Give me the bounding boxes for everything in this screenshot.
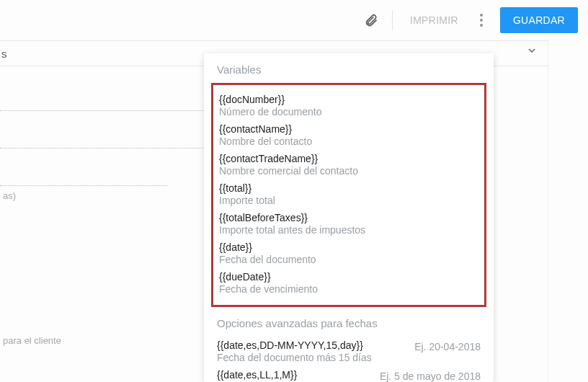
variable-example: Ej. 5 de mayo de 2018 (380, 369, 481, 382)
variable-description: Importe total antes de impuestos (219, 224, 478, 236)
variable-item[interactable]: {{date}} Fecha del documento (218, 239, 480, 268)
variables-dropdown: Variables {{docNumber}} Número de docume… (204, 53, 494, 382)
chevron-down-icon[interactable] (526, 45, 538, 56)
variable-token: {{date}} (219, 241, 478, 253)
input-underline[interactable] (0, 111, 203, 148)
variable-token: {{total}} (219, 182, 478, 194)
advanced-dates-section: Opciones avanzadas para fechas {{date,es… (204, 307, 494, 382)
variable-item[interactable]: {{contactTradeName}} Nombre comercial de… (218, 150, 480, 179)
variable-item[interactable]: {{totalBeforeTaxes}} Importe total antes… (218, 209, 480, 239)
toolbar-separator (392, 10, 393, 30)
variable-description: Fecha del documento más 15 días (217, 352, 407, 363)
more-options-icon[interactable] (473, 12, 490, 29)
client-line-label: para el cliente (0, 335, 203, 346)
print-button[interactable]: IMPRIMIR (406, 10, 463, 30)
input-suffix-text: as) (0, 190, 203, 201)
variable-token: {{contactName}} (219, 123, 478, 135)
variable-item[interactable]: {{docNumber}} Número de documento (218, 91, 480, 120)
variables-highlight-box: {{docNumber}} Número de documento {{cont… (211, 83, 486, 307)
input-underline[interactable] (0, 148, 167, 186)
variable-description: Nombre comercial del contacto (219, 165, 478, 177)
left-form-area: as) para el cliente (0, 66, 203, 382)
variable-description: Número de documento (219, 106, 478, 117)
variable-description: Fecha de vencimiento (219, 283, 478, 295)
variables-section-title: Variables (204, 63, 494, 83)
variable-description: Nombre del contacto (219, 136, 478, 147)
input-underline[interactable] (0, 74, 203, 111)
variable-token: {{totalBeforeTaxes}} (219, 212, 478, 223)
top-toolbar: IMPRIMIR GUARDAR (0, 0, 588, 40)
variable-item[interactable]: {{contactName}} Nombre del contacto (218, 120, 480, 150)
save-button[interactable]: GUARDAR (500, 7, 578, 33)
advanced-variable-item[interactable]: {{date,es,LL,1,M}} Ej. 5 de mayo de 2018 (217, 366, 481, 382)
advanced-section-title: Opciones avanzadas para fechas (217, 317, 481, 337)
panel-header-fragment: s (1, 48, 7, 60)
variable-token: {{docNumber}} (219, 94, 478, 105)
variable-description: Importe total (219, 195, 478, 206)
variable-token: {{dueDate}} (219, 271, 478, 283)
variable-token: {{date,es,LL,1,M}} (217, 369, 373, 381)
advanced-variable-item[interactable]: {{date,es,DD-MM-YYYY,15,day}} Fecha del … (217, 337, 481, 366)
right-rail (548, 40, 588, 382)
variable-token: {{date,es,DD-MM-YYYY,15,day}} (217, 339, 407, 351)
attachment-icon[interactable] (363, 12, 379, 28)
variable-item[interactable]: {{total}} Importe total (218, 179, 480, 209)
variable-token: {{contactTradeName}} (219, 153, 478, 164)
variable-description: Fecha del documento (219, 254, 478, 265)
variable-item[interactable]: {{dueDate}} Fecha de vencimiento (218, 268, 480, 298)
variable-example: Ej. 20-04-2018 (414, 339, 481, 352)
